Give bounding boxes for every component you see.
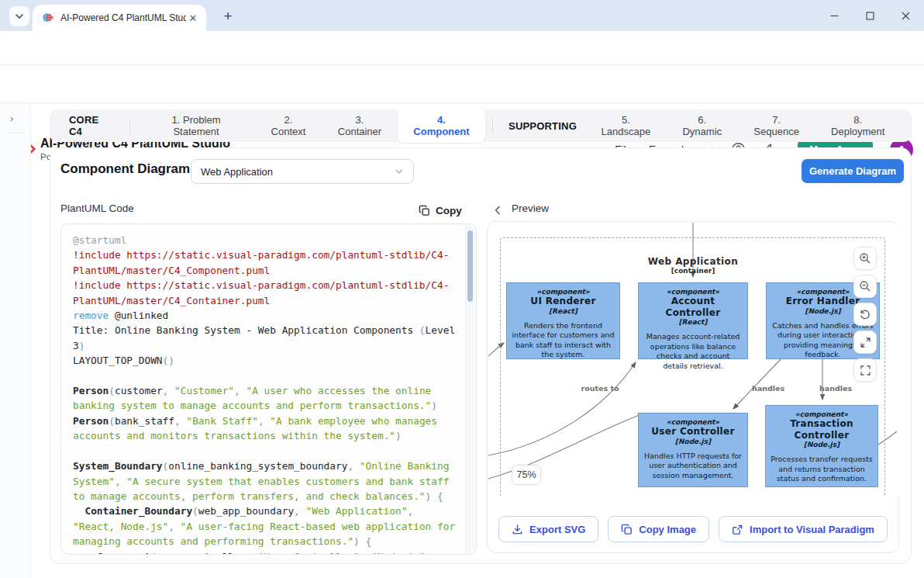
browser-tab-title: AI-Powered C4 PlantUML Studio — [60, 12, 186, 23]
plantuml-code-editor[interactable]: @startuml!include https://static.visual-… — [60, 223, 477, 555]
component-account-controller: «component»Account Controller[React]Mana… — [638, 282, 748, 359]
reset-view-button[interactable] — [853, 303, 877, 326]
chevron-left-icon — [494, 206, 502, 215]
collapse-preview-chevron[interactable] — [494, 204, 502, 218]
diagram-canvas[interactable]: Web Application [container] «component»U… — [488, 223, 899, 496]
copy-icon — [621, 524, 633, 535]
edge-label-routes-to: routes to — [581, 384, 619, 393]
code-line — [73, 444, 459, 459]
sidebar-expand-chevron[interactable]: › — [10, 112, 13, 124]
component-ui-renderer: «component»UI Renderer[React]Renders the… — [506, 282, 620, 359]
browser-tab-strip: AI-Powered C4 PlantUML Studio ✕ + — [0, 0, 924, 31]
tab-8-deployment[interactable]: 8. Deployment — [815, 109, 901, 143]
favicon-visual-paradigm — [42, 12, 54, 24]
minimize-icon — [830, 12, 839, 20]
code-line: Container_Boundary(web_app_boundary, "We… — [73, 504, 459, 549]
zoom-out-button[interactable] — [853, 275, 877, 298]
diagram-select[interactable]: Web Application — [191, 159, 414, 184]
edge-label-handles: handles — [819, 384, 852, 393]
code-line: Person(bank_staff, "Bank Staff", "A bank… — [73, 414, 459, 444]
maximize-icon — [866, 12, 874, 20]
diagram-select-value: Web Application — [201, 166, 395, 178]
code-line: !include https://static.visual-paradigm.… — [73, 247, 459, 278]
chevron-down-icon — [395, 167, 404, 176]
preview-actions: Export SVG Copy Image Import to Visual P… — [488, 516, 898, 542]
close-icon — [902, 12, 910, 20]
zoom-in-button[interactable] — [853, 247, 877, 270]
code-line: LAYOUT_TOP_DOWN() — [73, 353, 459, 368]
browser-tab[interactable]: AI-Powered C4 PlantUML Studio ✕ — [33, 5, 206, 31]
app-header: AI-Powered C4 PlantUML Studio Powered by… — [0, 65, 924, 103]
copy-image-button[interactable]: Copy Image — [608, 516, 709, 542]
copy-icon — [419, 205, 430, 216]
nav-section-supporting: SUPPORTING — [500, 120, 585, 132]
export-svg-label: Export SVG — [529, 524, 585, 535]
tab-4-component[interactable]: 4. Component — [398, 109, 485, 143]
tab-search-chevron-button[interactable] — [9, 6, 29, 26]
new-tab-button[interactable]: + — [219, 7, 237, 26]
code-line: Component(user_controller, "User Control… — [73, 549, 459, 554]
code-panel-label: PlantUML Code — [60, 202, 134, 214]
copy-image-label: Copy Image — [639, 524, 696, 535]
chevron-down-icon — [15, 12, 24, 21]
diagram-nav-tabs: CORE C41. Problem Statement2. Context3. … — [50, 109, 912, 142]
code-line: System_Boundary(online_banking_system_bo… — [73, 459, 459, 504]
browser-toolbar: ← → ↻ ai-toolbox.visual-paradigm.com/app… — [0, 31, 924, 65]
import-label: Import to Visual Paradigm — [750, 524, 874, 535]
nav-section-core-c4: CORE C4 — [60, 114, 122, 137]
nav-divider — [492, 118, 493, 133]
boundary-subtitle: [container] — [605, 267, 781, 275]
browser-window: AI-Powered C4 PlantUML Studio ✕ + ← → ↻ … — [0, 0, 924, 578]
preview-panel: Web Application [container] «component»U… — [487, 221, 899, 553]
tab-5-landscape[interactable]: 5. Landscape — [585, 109, 667, 143]
copy-code-button[interactable]: Copy — [419, 200, 462, 220]
code-line: Title: Online Banking System - Web Appli… — [73, 323, 459, 353]
tab-2-context[interactable]: 2. Context — [255, 109, 322, 143]
code-line: Person(customer, "Customer", "A user who… — [73, 383, 459, 414]
tab-6-dynamic[interactable]: 6. Dynamic — [667, 109, 738, 143]
tab-7-sequence[interactable]: 7. Sequence — [738, 109, 815, 143]
collapsed-sidebar: › — [0, 103, 31, 578]
nav-divider — [129, 118, 130, 133]
import-to-visual-paradigm-button[interactable]: Import to Visual Paradigm — [719, 516, 888, 542]
component-user-controller: «component»User Controller[Node.js]Handl… — [638, 413, 748, 487]
tab-1-problem-statement[interactable]: 1. Problem Statement — [137, 109, 255, 143]
expand-button[interactable] — [853, 331, 877, 354]
window-close-button[interactable] — [888, 0, 923, 31]
preview-panel-label: Preview — [512, 202, 549, 214]
code-line: !include https://static.visual-paradigm.… — [73, 278, 459, 308]
zoom-level-badge[interactable]: 75% — [512, 465, 541, 485]
page-title: Component Diagram — [60, 161, 190, 177]
code-line: @startuml — [73, 233, 459, 247]
tab-close-icon[interactable]: ✕ — [186, 11, 200, 25]
boundary-title: Web Application — [605, 256, 781, 267]
edge-label-handles: handles — [752, 384, 784, 393]
code-content[interactable]: @startuml!include https://static.visual-… — [61, 224, 465, 554]
window-maximize-button[interactable] — [852, 0, 888, 31]
external-link-icon — [732, 524, 743, 535]
code-line: remove @unlinked — [73, 308, 459, 323]
window-minimize-button[interactable] — [816, 0, 852, 31]
download-icon — [512, 524, 523, 535]
export-svg-button[interactable]: Export SVG — [498, 516, 598, 542]
fullscreen-button[interactable] — [853, 358, 877, 382]
scrollbar-track[interactable] — [465, 225, 475, 553]
scrollbar-thumb[interactable] — [467, 230, 473, 302]
generate-diagram-button[interactable]: Generate Diagram — [802, 159, 904, 183]
copy-label: Copy — [436, 205, 462, 216]
code-line — [73, 369, 459, 383]
sidebar-divider — [5, 133, 26, 133]
component-transaction-controller: «component»Transaction Controller[Node.j… — [765, 405, 878, 487]
tab-3-container[interactable]: 3. Container — [322, 109, 398, 143]
